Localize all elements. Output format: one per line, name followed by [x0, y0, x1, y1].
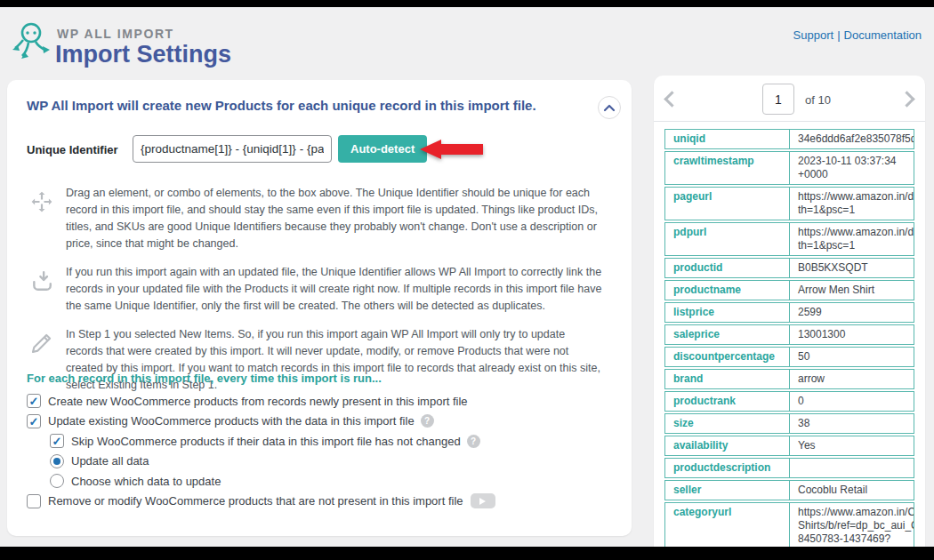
- collapse-panel-button[interactable]: [598, 96, 621, 119]
- support-link[interactable]: Support: [793, 28, 834, 42]
- table-row: pdpurl https://www.amazon.in/dp/B0B th=1…: [664, 222, 914, 256]
- field-name-cell[interactable]: brand: [664, 369, 789, 389]
- page-title: Import Settings: [55, 41, 231, 68]
- field-name-cell[interactable]: saleprice: [664, 324, 789, 345]
- field-name-cell[interactable]: size: [664, 413, 789, 434]
- field-value-cell: https://www.amazon.in/dp/B0B th=1&psc=1: [789, 222, 914, 256]
- table-row: availability Yes: [664, 436, 914, 456]
- help-icon[interactable]: [421, 414, 434, 428]
- field-name-cell[interactable]: crawltimestamp: [664, 151, 789, 185]
- next-record-button[interactable]: [898, 91, 914, 107]
- record-preview-panel: of 10 uniqid 34e6ddd6af2e835078f5d31d cr…: [654, 76, 925, 560]
- page-header: WP ALL IMPORT Import Settings Support|Do…: [0, 7, 934, 78]
- move-icon: [30, 190, 53, 213]
- field-name-cell[interactable]: productdescription: [664, 458, 789, 478]
- field-value-cell: arrow: [789, 369, 914, 389]
- check-mark-icon: [52, 433, 62, 449]
- option-label: Update all data: [71, 454, 149, 468]
- table-row: discountpercentage 50: [664, 347, 914, 367]
- paragraph-link-records: If you run this import again with an upd…: [27, 264, 605, 315]
- field-name-cell[interactable]: productrank: [664, 391, 789, 412]
- checkbox[interactable]: [27, 414, 41, 428]
- table-row: productname Arrow Men Shirt: [664, 280, 914, 300]
- field-value-cell: 13001300: [789, 324, 914, 345]
- record-number-input[interactable]: [762, 84, 794, 115]
- annotation-arrow: [420, 140, 484, 159]
- option-label: Skip WooCommerce products if their data …: [71, 435, 461, 448]
- option-label: Choose which data to update: [71, 475, 221, 488]
- table-row: productrank 0: [664, 391, 914, 412]
- unique-identifier-input[interactable]: [133, 135, 332, 163]
- field-name-cell[interactable]: listprice: [664, 302, 789, 323]
- table-row: saleprice 13001300: [664, 324, 914, 345]
- checkbox[interactable]: [50, 434, 64, 448]
- table-row: productdescription: [664, 458, 914, 478]
- options-heading: For each record in this import file, eve…: [27, 372, 382, 385]
- field-name-cell[interactable]: discountpercentage: [664, 347, 789, 367]
- table-row: listprice 2599: [664, 302, 914, 323]
- field-name-cell[interactable]: productname: [664, 280, 789, 300]
- brand-text: WP ALL IMPORT: [57, 27, 174, 41]
- field-value-cell: 38: [789, 413, 914, 434]
- option-label: Remove or modify WooCommerce products th…: [48, 494, 463, 508]
- field-value-cell: [789, 458, 914, 478]
- radio-button[interactable]: [50, 454, 64, 468]
- header-links: Support|Documentation: [793, 28, 922, 42]
- paragraph-text: If you run this import again with an upd…: [66, 264, 605, 315]
- import-options-list: Create new WooCommerce products from rec…: [27, 391, 605, 511]
- checkbox[interactable]: [27, 494, 41, 508]
- paragraph-drag: Drag an element, or combo of elements, t…: [27, 185, 605, 252]
- option-row[interactable]: Skip WooCommerce products if their data …: [50, 431, 605, 452]
- field-value-cell: Cocoblu Retail: [789, 480, 914, 500]
- option-row[interactable]: Update all data: [50, 452, 605, 472]
- table-row: productid B0B5KXSQDT: [664, 258, 914, 278]
- field-value-cell: 0: [789, 391, 914, 412]
- letterbox-top: [0, 0, 934, 7]
- field-value-cell: 50: [789, 347, 914, 367]
- import-settings-panel: WP All Import will create new Products f…: [7, 80, 632, 536]
- table-row: pageurl https://www.amazon.in/dp/B0B th=…: [664, 187, 914, 220]
- radio-dot: [53, 458, 60, 465]
- check-mark-icon: [29, 413, 39, 429]
- help-icon[interactable]: [467, 435, 480, 448]
- table-row: size 38: [664, 413, 914, 434]
- letterbox-bottom: [0, 547, 934, 560]
- option-row[interactable]: Remove or modify WooCommerce products th…: [27, 492, 605, 512]
- field-value-cell: 2023-10-11 03:37:34 +0000: [789, 151, 914, 185]
- play-triangle-icon: [479, 498, 486, 505]
- wp-all-import-logo: [9, 20, 53, 66]
- field-value-cell: 2599: [789, 302, 914, 323]
- auto-detect-button[interactable]: Auto-detect: [338, 135, 427, 163]
- field-value-cell: B0B5KXSQDT: [789, 258, 914, 278]
- previous-record-button[interactable]: [664, 91, 680, 107]
- field-value-cell: Arrow Men Shirt: [789, 280, 914, 300]
- field-name-cell[interactable]: uniqid: [664, 129, 789, 149]
- option-row[interactable]: Update existing WooCommerce products wit…: [27, 412, 605, 432]
- check-mark-icon: [29, 393, 39, 409]
- field-name-cell[interactable]: availability: [664, 436, 789, 456]
- field-value-cell: Yes: [789, 436, 914, 456]
- option-row[interactable]: Choose which data to update: [50, 471, 605, 492]
- link-separator: |: [837, 28, 840, 42]
- table-row: brand arrow: [664, 369, 914, 389]
- field-value-cell: 34e6ddd6af2e835078f5d31d: [789, 129, 914, 149]
- table-row: seller Cocoblu Retail: [664, 480, 914, 500]
- unique-identifier-label: Unique Identifier: [27, 143, 118, 156]
- field-name-cell[interactable]: seller: [664, 480, 789, 500]
- checkbox[interactable]: [27, 394, 41, 408]
- field-name-cell[interactable]: productid: [664, 258, 789, 278]
- paragraph-text: Drag an element, or combo of elements, t…: [66, 185, 605, 252]
- table-row: crawltimestamp 2023-10-11 03:37:34 +0000: [664, 151, 914, 185]
- option-label: Create new WooCommerce products from rec…: [48, 395, 468, 408]
- radio-button[interactable]: [50, 474, 64, 488]
- panel-heading: WP All Import will create new Products f…: [27, 98, 578, 113]
- import-download-icon: [30, 269, 53, 292]
- pencil-icon: [30, 332, 53, 355]
- documentation-link[interactable]: Documentation: [844, 28, 922, 42]
- chevron-up-icon: [603, 103, 616, 112]
- option-row[interactable]: Create new WooCommerce products from rec…: [27, 391, 605, 412]
- field-name-cell[interactable]: pageurl: [664, 187, 789, 220]
- field-name-cell[interactable]: pdpurl: [664, 222, 789, 256]
- video-play-icon[interactable]: [471, 493, 495, 508]
- field-value-cell: https://www.amazon.in/dp/B0B th=1&psc=1: [789, 187, 914, 220]
